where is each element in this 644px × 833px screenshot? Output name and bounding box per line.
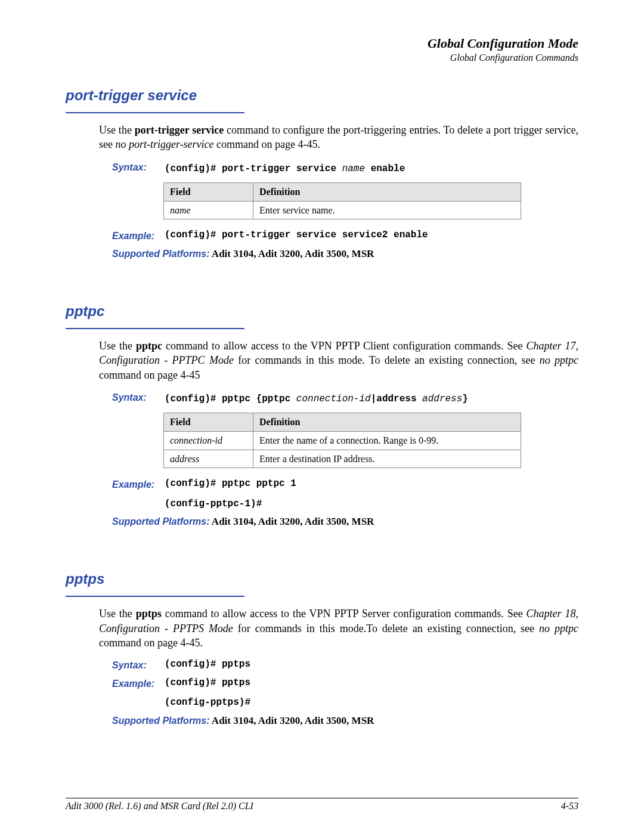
text: command to allow access to the VPN PPTP … bbox=[162, 608, 527, 620]
table-row: address Enter a destination IP address. bbox=[164, 450, 521, 468]
cross-ref: no port-trigger-service bbox=[115, 138, 213, 150]
example-label: Example: bbox=[112, 677, 165, 690]
syntax-label: Syntax: bbox=[112, 160, 165, 174]
syntax-block: Syntax: (config)# pptps bbox=[112, 658, 578, 672]
table-cell-field: connection-id bbox=[164, 431, 253, 450]
table-row: name Enter service name. bbox=[164, 201, 521, 219]
syntax-content: (config)# port-trigger service name enab… bbox=[165, 160, 405, 176]
table-header-row: Field Definition bbox=[164, 413, 521, 432]
heading-underline bbox=[66, 596, 244, 597]
table-header-field: Field bbox=[164, 413, 253, 432]
text: Use the bbox=[99, 608, 136, 620]
header-subtitle: Global Configuration Commands bbox=[66, 52, 578, 63]
text: for commands in this mode. To delete an … bbox=[234, 354, 540, 366]
intro-paragraph: Use the port-trigger service command to … bbox=[99, 123, 578, 152]
syntax-var: address bbox=[422, 394, 462, 404]
syntax-label: Syntax: bbox=[112, 391, 165, 404]
table-cell-field: name bbox=[164, 201, 253, 219]
intro-paragraph: Use the pptpc command to allow access to… bbox=[99, 339, 578, 382]
syntax-var: connection-id bbox=[296, 394, 371, 404]
text: command on page 4-45 bbox=[99, 369, 200, 381]
section-body: Use the port-trigger service command to … bbox=[99, 123, 578, 261]
table-cell-field: address bbox=[164, 450, 253, 468]
example-code: (config)# port-trigger service service2 … bbox=[165, 229, 428, 242]
section-body: Use the pptps command to allow access to… bbox=[99, 606, 578, 728]
page-content: Global Configuration Mode Global Configu… bbox=[66, 36, 578, 770]
table-header-definition: Definition bbox=[253, 183, 521, 202]
supported-label: Supported Platforms: bbox=[112, 716, 210, 726]
header-title: Global Configuration Mode bbox=[66, 36, 578, 51]
text: command to allow access to the VPN PPTP … bbox=[162, 340, 526, 352]
table-cell-definition: Enter the name of a connection. Range is… bbox=[253, 431, 521, 450]
syntax-var: name bbox=[342, 163, 365, 174]
section-heading: pptps bbox=[66, 571, 104, 590]
table-header-definition: Definition bbox=[253, 413, 521, 432]
syntax-content: (config)# pptpc {pptpc connection-id|add… bbox=[165, 391, 468, 406]
supported-label: Supported Platforms: bbox=[112, 249, 210, 259]
syntax-code: |address bbox=[371, 394, 422, 404]
heading-underline bbox=[66, 328, 244, 329]
syntax-block: Syntax: (config)# pptpc {pptpc connectio… bbox=[112, 391, 578, 406]
syntax-code: enable bbox=[365, 163, 405, 174]
text: Use the bbox=[99, 340, 136, 352]
supported-label: Supported Platforms: bbox=[112, 516, 210, 527]
supported-platforms: Supported Platforms: Adit 3104, Adit 320… bbox=[112, 515, 578, 529]
supported-platforms: Supported Platforms: Adit 3104, Adit 320… bbox=[112, 714, 578, 728]
syntax-code: (config)# pptpc {pptpc bbox=[165, 394, 296, 404]
syntax-code: } bbox=[462, 394, 468, 404]
example-content: (config)# pptps (config-pptps)# bbox=[165, 677, 250, 710]
text: Use the bbox=[99, 124, 135, 136]
table-header-field: Field bbox=[164, 183, 253, 202]
example-label: Example: bbox=[112, 478, 165, 491]
table-header-row: Field Definition bbox=[164, 183, 521, 202]
example-label: Example: bbox=[112, 229, 165, 243]
cross-ref: no pptpc bbox=[539, 623, 578, 634]
section-heading: port-trigger service bbox=[66, 87, 197, 106]
syntax-code: (config)# pptps bbox=[165, 658, 250, 671]
heading-underline bbox=[66, 112, 244, 113]
table-cell-definition: Enter service name. bbox=[253, 201, 521, 219]
section-port-trigger: port-trigger service Use the port-trigge… bbox=[66, 87, 578, 261]
supported-value: Adit 3104, Adit 3200, Adit 3500, MSR bbox=[210, 715, 374, 726]
section-pptpc: pptpc Use the pptpc command to allow acc… bbox=[66, 303, 578, 529]
supported-value: Adit 3104, Adit 3200, Adit 3500, MSR bbox=[210, 248, 374, 259]
example-code: (config)# pptps bbox=[165, 677, 250, 690]
footer-left: Adit 3000 (Rel. 1.6) and MSR Card (Rel 2… bbox=[66, 801, 253, 812]
text: command on page 4-45. bbox=[214, 138, 320, 150]
section-pptps: pptps Use the pptps command to allow acc… bbox=[66, 571, 578, 728]
page-header: Global Configuration Mode Global Configu… bbox=[66, 36, 578, 63]
text: command on page 4-45. bbox=[99, 637, 203, 649]
supported-platforms: Supported Platforms: Adit 3104, Adit 320… bbox=[112, 247, 578, 261]
example-block: Example: (config)# port-trigger service … bbox=[112, 229, 578, 243]
example-code: (config-pptpc-1)# bbox=[165, 498, 296, 511]
example-content: (config)# pptpc pptpc 1 (config-pptpc-1)… bbox=[165, 478, 296, 510]
section-heading: pptpc bbox=[66, 303, 104, 322]
command-name: port-trigger service bbox=[135, 124, 224, 136]
field-definition-table: Field Definition connection-id Enter the… bbox=[163, 413, 521, 468]
syntax-block: Syntax: (config)# port-trigger service n… bbox=[112, 160, 578, 176]
table-cell-definition: Enter a destination IP address. bbox=[253, 450, 521, 468]
footer-right: 4-53 bbox=[561, 801, 578, 812]
section-body: Use the pptpc command to allow access to… bbox=[99, 339, 578, 529]
intro-paragraph: Use the pptps command to allow access to… bbox=[99, 606, 578, 650]
page-footer: Adit 3000 (Rel. 1.6) and MSR Card (Rel 2… bbox=[66, 798, 578, 812]
syntax-code: (config)# port-trigger service bbox=[165, 163, 342, 174]
example-block: Example: (config)# pptpc pptpc 1 (config… bbox=[112, 478, 578, 510]
command-name: pptps bbox=[136, 608, 162, 620]
command-name: pptpc bbox=[136, 340, 162, 352]
table-row: connection-id Enter the name of a connec… bbox=[164, 431, 521, 450]
example-block: Example: (config)# pptps (config-pptps)# bbox=[112, 677, 578, 710]
example-code: (config)# pptpc pptpc 1 bbox=[165, 478, 296, 491]
example-code: (config-pptps)# bbox=[165, 696, 250, 710]
field-definition-table: Field Definition name Enter service name… bbox=[163, 182, 521, 219]
syntax-label: Syntax: bbox=[112, 658, 165, 672]
cross-ref: no pptpc bbox=[540, 354, 578, 366]
text: for commands in this mode.To delete an e… bbox=[233, 623, 539, 634]
supported-value: Adit 3104, Adit 3200, Adit 3500, MSR bbox=[210, 516, 374, 527]
